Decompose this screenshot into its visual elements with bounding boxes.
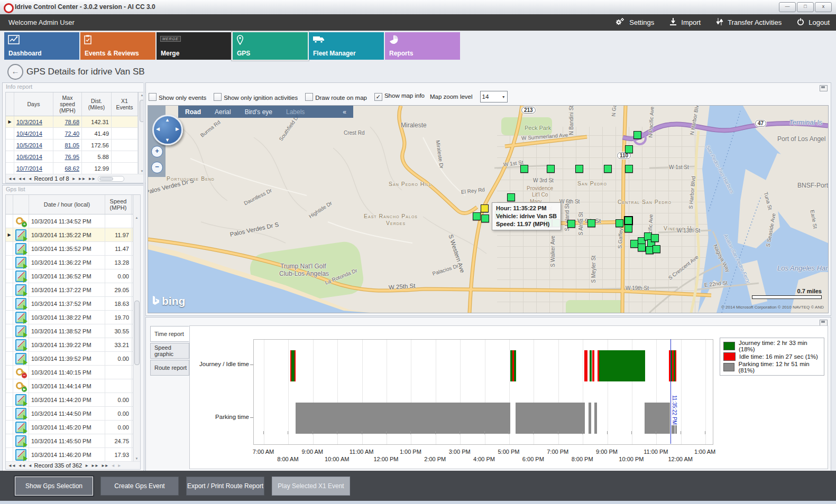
tab-time-report[interactable]: Time report [150, 326, 189, 342]
day-link[interactable]: 10/3/2014 [16, 119, 42, 125]
checkbox-show-map-info[interactable]: ✓Show map info [374, 92, 425, 101]
gps-marker[interactable] [575, 165, 583, 173]
gps-list-row[interactable]: 10/3/2014 11:39:22 PM33.21 [6, 338, 140, 352]
pager-prev-button[interactable]: ◄ [28, 463, 32, 468]
max-speed-link[interactable]: 72.40 [65, 130, 79, 137]
minimize-button[interactable]: — [779, 2, 796, 12]
show-gps-selection-button[interactable]: Show Gps Selection [15, 477, 93, 496]
days-cell[interactable]: 10/7/2014 [14, 163, 53, 174]
gps-list-row[interactable]: 10/3/2014 11:46:20 PM17.93 [6, 448, 140, 462]
gps-list-row[interactable]: 10/3/2014 11:44:50 PM0.00 [6, 407, 140, 421]
column-header[interactable]: Max speed (MPH) [53, 92, 82, 116]
column-header[interactable] [13, 195, 29, 214]
pager-first-button[interactable]: ◄◄ [8, 463, 15, 468]
table-row[interactable]: ▶10/3/201478.68142.31 [6, 116, 145, 128]
panel-splitter[interactable] [143, 82, 145, 470]
gps-list-row[interactable]: 10/3/2014 11:38:22 PM19.70 [6, 311, 140, 324]
map-view-labels[interactable]: Labels [279, 108, 311, 116]
pan-down-icon[interactable]: ▼ [165, 137, 170, 143]
back-button[interactable]: ← [7, 64, 23, 80]
gps-marker[interactable] [653, 245, 660, 253]
checkbox-show-only-ignition-activities[interactable]: Show only ignition activities [214, 93, 298, 101]
toolbar-action-logout[interactable]: Logout [796, 17, 830, 27]
gps-marker[interactable] [520, 165, 528, 173]
gps-list-row[interactable]: 10/3/2014 11:39:52 PM0.00 [6, 352, 140, 366]
day-link[interactable]: 10/5/2014 [16, 142, 42, 148]
gps-marker[interactable] [625, 145, 633, 153]
table-row[interactable]: 10/5/201481.05172.56 [6, 139, 145, 151]
gps-marker[interactable] [638, 244, 646, 251]
gps-list-row[interactable]: 10/3/2014 11:44:20 PM0.00 [6, 393, 140, 407]
tab-reports[interactable]: Reports [385, 32, 460, 60]
tab-merge[interactable]: MERGEMerge [157, 32, 232, 60]
gps-list-row[interactable]: ▶10/3/2014 11:35:22 PM11.97 [6, 228, 140, 242]
pager-next-button[interactable]: ► [85, 463, 88, 468]
gps-marker[interactable] [547, 165, 555, 173]
gps-marker[interactable] [651, 234, 659, 242]
day-link[interactable]: 10/6/2014 [16, 154, 42, 160]
column-header[interactable]: Speed (MPH) [105, 195, 132, 214]
export-print-route-report-button[interactable]: Export / Print Route Report [186, 477, 264, 496]
pager-prevpage-button[interactable]: ◄◄ [18, 463, 25, 468]
tab-dashboard[interactable]: Dashboard [4, 32, 79, 60]
gps-marker[interactable] [615, 219, 623, 227]
maximize-button[interactable]: □ [797, 2, 814, 12]
gps-list-row[interactable]: 10/3/2014 11:36:22 PM13.28 [6, 256, 140, 269]
pager-prev-button[interactable]: ◄ [28, 176, 32, 181]
pager-prevpage-button[interactable]: ◄◄ [18, 176, 25, 181]
map-toolbar-collapse-button[interactable]: « [336, 108, 353, 116]
day-link[interactable]: 10/4/2014 [16, 130, 42, 137]
column-header[interactable]: Days [14, 92, 53, 116]
pager-last-button[interactable]: ►► [88, 176, 95, 181]
gps-marker-current[interactable] [481, 204, 489, 212]
pager-last-button[interactable]: ►► [101, 463, 108, 468]
table-row[interactable]: 10/6/201476.955.88 [6, 151, 145, 163]
gps-marker[interactable] [624, 225, 632, 232]
gps-marker[interactable] [473, 212, 481, 220]
day-link[interactable]: 10/7/2014 [16, 165, 42, 172]
gps-marker[interactable] [604, 165, 612, 173]
pager-scroll-left[interactable]: ◄ [111, 463, 115, 468]
days-cell[interactable]: 10/6/2014 [14, 151, 53, 162]
scroll-up-icon[interactable]: ▲ [133, 216, 140, 219]
gps-marker[interactable] [625, 165, 633, 173]
map-view-road[interactable]: Road [178, 108, 208, 116]
gps-list-row[interactable]: −10/3/2014 11:40:15 PM [6, 366, 140, 379]
checkbox-show-only-events[interactable]: Show only events [149, 93, 206, 101]
gps-list-row[interactable]: 10/3/2014 11:38:52 PM30.55 [6, 324, 140, 338]
tab-events-reviews[interactable]: Events & Reviews [80, 32, 155, 60]
toolbar-action-settings[interactable]: Settings [615, 17, 654, 27]
gps-marker[interactable] [567, 220, 575, 228]
gps-marker[interactable] [630, 240, 638, 248]
tab-route-report[interactable]: Route report [150, 360, 189, 376]
checkbox-box[interactable] [214, 93, 222, 101]
gps-marker[interactable] [633, 131, 641, 139]
days-cell[interactable]: 10/3/2014 [14, 116, 53, 127]
zoom-in-button[interactable]: + [151, 146, 163, 157]
map-zoom-dropdown[interactable]: 14▼ [480, 91, 508, 102]
max-speed-link[interactable]: 68.62 [65, 165, 79, 172]
max-speed-cell[interactable]: 76.95 [53, 151, 82, 162]
gps-marker[interactable] [507, 193, 515, 201]
scrollbar-thumb[interactable] [134, 301, 140, 365]
gps-list-row[interactable]: +10/3/2014 11:34:52 PM [6, 214, 140, 228]
max-speed-link[interactable]: 76.95 [65, 154, 79, 160]
gps-list-row[interactable]: 10/3/2014 11:37:22 PM29.05 [6, 283, 140, 297]
horizontal-scrollbar[interactable] [98, 176, 124, 182]
gps-list-row[interactable]: 10/3/2014 11:37:52 PM18.63 [6, 297, 140, 311]
vertical-scrollbar[interactable]: ▲▼ [133, 195, 140, 461]
pager-first-button[interactable]: ◄◄ [8, 176, 15, 181]
close-button[interactable]: x [815, 2, 832, 12]
create-gps-event-button[interactable]: Create Gps Event [100, 477, 179, 496]
pan-right-icon[interactable]: ▶ [176, 126, 179, 132]
pager-nextpage-button[interactable]: ►► [91, 463, 98, 468]
pager-scroll-right[interactable]: ► [117, 463, 121, 468]
map-view-birdseye[interactable]: Bird's eye [238, 108, 279, 116]
map-compass-control[interactable]: ▲▼◀▶ [152, 115, 183, 145]
toolbar-action-transfer-activities[interactable]: Transfer Activities [715, 17, 782, 27]
pager-nextpage-button[interactable]: ►► [78, 176, 86, 181]
tab-fleet-manager[interactable]: Fleet Manager [309, 32, 384, 60]
map-view-aerial[interactable]: Aerial [208, 108, 238, 116]
gps-marker[interactable] [624, 216, 633, 225]
tab-speed-graphic[interactable]: Speed graphic [150, 343, 189, 359]
